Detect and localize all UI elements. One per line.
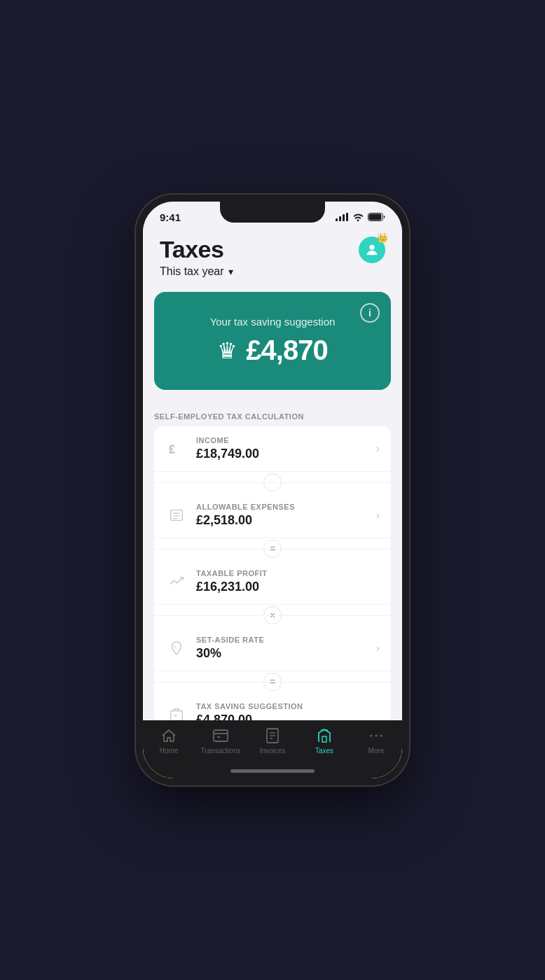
nav-label-taxes: Taxes (315, 747, 333, 755)
svg-rect-1 (369, 214, 382, 220)
info-button[interactable]: i (360, 303, 380, 323)
more-icon (368, 727, 385, 744)
equals-circle-2: = (263, 673, 282, 691)
nav-item-transactions[interactable]: Transactions (200, 727, 242, 755)
status-time: 9:41 (160, 211, 181, 223)
invoices-icon (264, 727, 281, 744)
profile-avatar[interactable]: 👑 (359, 237, 385, 263)
taxable-profit-label: TAXABLE PROFIT (196, 569, 380, 578)
screen: Taxes This tax year ▾ 👑 i (143, 202, 402, 778)
chevron-down-icon: ▾ (228, 266, 233, 277)
card-amount: ♛ £4,870 (217, 335, 327, 366)
nav-item-invoices[interactable]: Invoices (251, 727, 294, 755)
status-icons (336, 213, 385, 221)
multiply-operator: × (154, 605, 391, 626)
equals-operator-2: = (154, 671, 391, 692)
expenses-icon (165, 504, 188, 526)
card-amount-value: £4,870 (246, 335, 327, 366)
user-icon (364, 242, 380, 258)
tax-year-selector[interactable]: This tax year ▾ (160, 265, 233, 278)
bottom-nav: Home Transactions Invoices (143, 720, 402, 778)
tax-saving-card: i Your tax saving suggestion ♛ £4,870 (154, 292, 391, 390)
multiply-circle: × (263, 606, 282, 624)
set-aside-item[interactable]: £ SET-ASIDE RATE 30% › (154, 626, 391, 671)
svg-text:£: £ (169, 442, 174, 456)
expenses-label: ALLOWABLE EXPENSES (196, 503, 376, 511)
taxes-nav-icon (316, 727, 333, 744)
equals-operator-1: = (154, 538, 391, 559)
minus-circle: − (263, 473, 282, 491)
set-aside-icon: £ (165, 637, 188, 659)
header-left: Taxes This tax year ▾ (160, 237, 233, 278)
crown-badge-icon: 👑 (377, 232, 388, 243)
nav-item-more[interactable]: More (355, 727, 397, 755)
minus-operator: − (154, 472, 391, 493)
taxable-profit-item: TAXABLE PROFIT £16,231.00 (154, 559, 391, 605)
tax-calculation-list: £ INCOME £18,749.00 › − (154, 426, 391, 737)
phone-frame: 9:41 Taxes (136, 195, 409, 785)
svg-point-19 (375, 735, 378, 737)
expenses-item[interactable]: ALLOWABLE EXPENSES £2,518.00 › (154, 493, 391, 538)
tax-year-label: This tax year (160, 265, 224, 278)
expenses-chevron-icon: › (376, 509, 380, 522)
income-item[interactable]: £ INCOME £18,749.00 › (154, 426, 391, 472)
home-indicator (230, 769, 315, 773)
page-title: Taxes (160, 237, 233, 262)
income-icon: £ (165, 438, 188, 460)
income-label: INCOME (196, 436, 376, 444)
nav-label-invoices: Invoices (260, 747, 286, 755)
tax-saving-label: TAX SAVING SUGGESTION (196, 702, 380, 710)
nav-label-transactions: Transactions (201, 747, 241, 755)
nav-label-home: Home (160, 747, 179, 755)
card-subtitle: Your tax saving suggestion (210, 316, 336, 328)
wifi-icon (352, 213, 364, 221)
set-aside-content: SET-ASIDE RATE 30% (196, 636, 376, 661)
nav-label-more: More (368, 747, 385, 755)
svg-text:£: £ (174, 644, 176, 649)
set-aside-chevron-icon: › (376, 642, 380, 654)
income-chevron-icon: › (376, 442, 380, 455)
set-aside-label: SET-ASIDE RATE (196, 636, 376, 644)
expenses-content: ALLOWABLE EXPENSES £2,518.00 (196, 503, 376, 528)
home-icon (160, 727, 177, 744)
svg-point-18 (371, 735, 373, 737)
svg-rect-17 (322, 736, 326, 742)
svg-point-2 (369, 245, 374, 250)
svg-rect-10 (214, 730, 228, 741)
signal-bars-icon (336, 213, 348, 221)
svg-point-20 (380, 735, 382, 737)
crown-amount-icon: ♛ (217, 337, 237, 364)
battery-icon (368, 213, 385, 221)
set-aside-value: 30% (196, 646, 376, 661)
self-employed-section-header: SELF-EMPLOYED TAX CALCULATION (143, 401, 402, 426)
taxable-profit-value: £16,231.00 (196, 580, 380, 594)
income-value: £18,749.00 (196, 447, 376, 461)
taxable-profit-icon (165, 570, 188, 593)
notch (220, 202, 325, 223)
taxable-profit-content: TAXABLE PROFIT £16,231.00 (196, 569, 380, 594)
income-content: INCOME £18,749.00 (196, 436, 376, 461)
nav-item-taxes[interactable]: Taxes (303, 727, 345, 755)
svg-text:♛: ♛ (174, 713, 177, 718)
expenses-value: £2,518.00 (196, 513, 376, 528)
nav-item-home[interactable]: Home (148, 727, 190, 755)
equals-circle-1: = (263, 540, 282, 558)
transactions-icon (212, 727, 229, 744)
